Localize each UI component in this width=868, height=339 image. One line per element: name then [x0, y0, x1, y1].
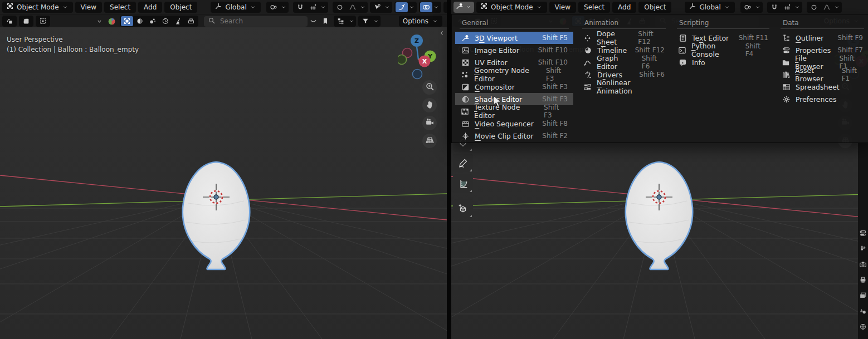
xray-toggle[interactable]: [443, 2, 447, 13]
properties-tab-view-layer[interactable]: [859, 292, 868, 301]
annotate-tool-button[interactable]: [453, 154, 473, 173]
broom-icon[interactable]: [172, 16, 184, 26]
bookmark-icon[interactable]: [319, 16, 331, 26]
proportional-editing-group[interactable]: [333, 2, 368, 13]
properties-tab-render[interactable]: [859, 261, 868, 269]
menu-select[interactable]: Select: [104, 2, 136, 13]
ortho-toggle-button[interactable]: [422, 134, 437, 148]
arc-down-icon[interactable]: [310, 16, 317, 26]
snapping-group[interactable]: [767, 2, 802, 13]
options-dropdown[interactable]: Options: [399, 16, 442, 27]
gizmo-z-label[interactable]: Z: [415, 37, 419, 45]
menu-item-3d-viewport[interactable]: 3D ViewportShift F5: [455, 32, 573, 44]
menu-view[interactable]: View: [75, 2, 102, 13]
select-mode-set[interactable]: [2, 16, 17, 27]
menu-item-video-sequencer[interactable]: Video SequencerShift F8: [455, 117, 573, 130]
vertex-dots-icon[interactable]: [147, 16, 159, 26]
filter-dropdown[interactable]: [358, 16, 381, 27]
balloon-object[interactable]: [626, 162, 693, 269]
measure-tool-button[interactable]: [453, 174, 473, 193]
menu-select[interactable]: Select: [578, 2, 610, 13]
mode-ball-icon[interactable]: [105, 16, 118, 26]
display-mode-dropdown[interactable]: [334, 16, 356, 27]
menu-item-graph-editor[interactable]: Graph EditorShift F6: [578, 56, 670, 68]
menu-item-shortcut: Shift F2: [542, 132, 568, 140]
properties-tab-world[interactable]: [859, 323, 868, 332]
tree-view-icon: [335, 16, 347, 26]
gizmo-toggle-group[interactable]: [394, 2, 417, 13]
menu-item-dope-sheet[interactable]: Dope SheetShift F12: [578, 32, 670, 44]
properties-tab-tool[interactable]: [859, 245, 868, 254]
outliner-icon: [782, 33, 791, 42]
menu-item-shortcut: Shift F8: [542, 120, 568, 127]
pivot-dropdown[interactable]: [266, 2, 289, 13]
menu-item-image-editor[interactable]: Image EditorShift F10: [455, 44, 573, 56]
left-3d-viewport[interactable]: User Perspective (1) Collection | Balloo…: [0, 27, 447, 339]
select-mode-extend[interactable]: [19, 16, 33, 27]
menu-object[interactable]: Object: [164, 2, 197, 13]
menu-item-compositor[interactable]: CompositorShift F3: [455, 81, 573, 93]
add-cube-tool-button[interactable]: [453, 199, 473, 218]
texture-node-icon: [461, 107, 469, 116]
orientation-label: Global: [699, 3, 720, 11]
menu-add[interactable]: Add: [612, 2, 636, 13]
sculpt-ball-icon[interactable]: [134, 16, 146, 26]
menu-object[interactable]: Object: [638, 2, 671, 13]
gizmo-icon[interactable]: [396, 2, 408, 12]
camera-view-button[interactable]: [422, 116, 437, 130]
menu-item-python-console[interactable]: Python ConsoleShift F4: [672, 44, 774, 56]
menu-item-preferences[interactable]: Preferences: [776, 93, 868, 105]
menu-item-shortcut: Shift F10: [538, 46, 568, 54]
properties-tab-output[interactable]: [859, 276, 868, 285]
gizmo-x-label[interactable]: X: [422, 58, 427, 65]
zoom-button[interactable]: [422, 80, 437, 95]
menu-item-movie-clip-editor[interactable]: Movie Clip EditorShift F2: [455, 130, 573, 142]
proportional-editing-icon[interactable]: [334, 2, 346, 12]
mode-dropdown[interactable]: Object Mode: [476, 2, 547, 13]
properties-tab-properties[interactable]: [859, 229, 868, 238]
menu-item-texture-node-editor[interactable]: Texture Node EditorShift F3: [455, 105, 573, 117]
chevron-down-icon[interactable]: [96, 16, 103, 26]
overlays-icon[interactable]: [420, 2, 432, 12]
magnet-icon[interactable]: [294, 2, 306, 12]
menu-item-shortcut: Shift F11: [739, 34, 768, 42]
search-input-box[interactable]: [204, 16, 308, 27]
navigation-gizmo[interactable]: Z Y X: [398, 32, 438, 80]
magnet-icon[interactable]: [768, 2, 781, 12]
orientation-dropdown[interactable]: Global: [685, 2, 734, 13]
stack-icon[interactable]: [185, 16, 197, 26]
menu-add[interactable]: Add: [138, 2, 162, 13]
info-icon: [678, 58, 687, 67]
menu-item-geometry-node-editor[interactable]: Geometry Node EditorShift F3: [455, 68, 573, 81]
object-mode-toggle-icon[interactable]: [121, 16, 133, 26]
nla-icon: [583, 82, 592, 91]
orientation-dropdown[interactable]: Global: [211, 2, 260, 13]
balloon-object[interactable]: [183, 162, 250, 269]
menu-view[interactable]: View: [549, 2, 576, 13]
proportional-editing-group[interactable]: [807, 2, 842, 13]
editor-type-menu: General3D ViewportShift F5Image EditorSh…: [451, 14, 868, 143]
gizmo-y-label[interactable]: Y: [427, 53, 433, 60]
overlays-toggle-group[interactable]: [419, 2, 441, 13]
menu-item-shortcut: Shift F12: [638, 30, 665, 46]
menu-item-outliner[interactable]: OutlinerShift F9: [776, 32, 868, 44]
pan-button[interactable]: [422, 98, 437, 112]
menu-item-spreadsheet[interactable]: Spreadsheet: [776, 81, 868, 93]
snapping-group[interactable]: [293, 2, 328, 13]
select-extend-icon: [20, 16, 32, 26]
xray-icon[interactable]: [445, 2, 447, 12]
object-type-visibility-icon: [371, 2, 383, 12]
properties-tab-scene[interactable]: [859, 307, 868, 316]
pivot-dropdown[interactable]: [740, 2, 763, 13]
sidebar-collapse-arrow[interactable]: [439, 30, 445, 38]
search-input[interactable]: [219, 17, 304, 26]
menu-item-nonlinear-animation[interactable]: Nonlinear Animation: [578, 81, 670, 93]
proportional-editing-icon[interactable]: [808, 2, 820, 12]
chevron-down-icon: [408, 2, 416, 12]
select-mode-subtract[interactable]: [36, 16, 50, 27]
menu-item-asset-browser[interactable]: Asset BrowserShift F1: [776, 68, 868, 81]
editor-type-button[interactable]: [453, 2, 474, 13]
object-visibility-dropdown[interactable]: [370, 2, 392, 13]
mode-dropdown[interactable]: Object Mode: [2, 2, 73, 13]
globe-icon[interactable]: [159, 16, 172, 26]
